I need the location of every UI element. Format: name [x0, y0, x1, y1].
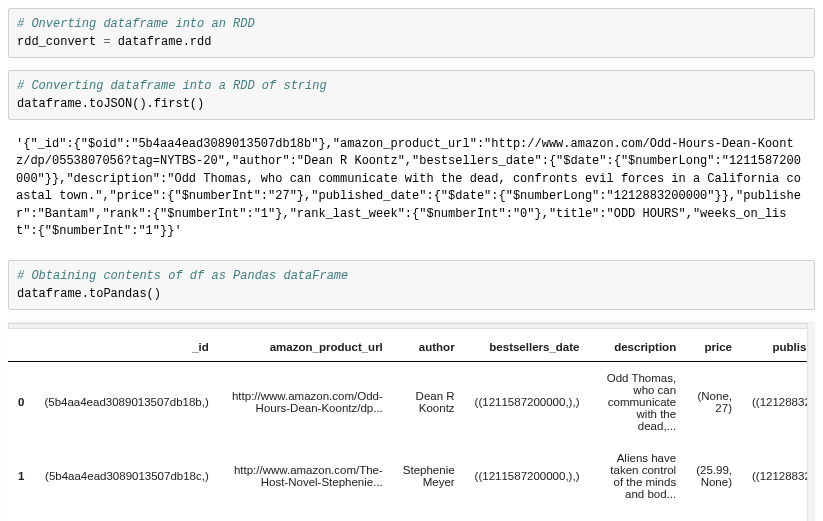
table-header-row: _id amazon_product_url author bestseller…: [8, 333, 815, 362]
table-row: 2 (5b4aa4ead3089013507db18d,) http://www…: [8, 510, 815, 521]
table-row: 0 (5b4aa4ead3089013507db18b,) http://www…: [8, 362, 815, 443]
cell-url: http://www.amazon.com/The-Host-Novel-Ste…: [219, 442, 393, 510]
col-id: _id: [34, 333, 218, 362]
cell-pd: ((1212883200000,),): [742, 442, 815, 510]
cell-price: (25.99, None): [686, 442, 742, 510]
code-eq: =: [96, 35, 118, 49]
cell-url: http://www.amazon.com/Love-Youre-With-Em…: [219, 510, 393, 521]
cell-pd: ((1212883200000,),): [742, 362, 815, 443]
scrollbar-horizontal-top[interactable]: [8, 323, 815, 329]
cell-author: Emily Giffin: [393, 510, 465, 521]
cell-pd: ((1212883200000,),): [742, 510, 815, 521]
cell-id: (5b4aa4ead3089013507db18c,): [34, 442, 218, 510]
row-index: 2: [8, 510, 34, 521]
col-description: description: [589, 333, 686, 362]
cell-desc: A woman's happy marriage is shaken when …: [589, 510, 686, 521]
cell-price: (None, 27): [686, 362, 742, 443]
code-cell-tojson: # Converting dataframe into a RDD of str…: [8, 70, 815, 120]
col-bestsellers-date: bestsellers_date: [465, 333, 590, 362]
code-lhs: rdd_convert: [17, 35, 96, 49]
col-author: author: [393, 333, 465, 362]
cell-id: (5b4aa4ead3089013507db18d,): [34, 510, 218, 521]
cell-author: Dean R Koontz: [393, 362, 465, 443]
code-comment: # Converting dataframe into a RDD of str…: [17, 79, 327, 93]
cell-author: Stephenie Meyer: [393, 442, 465, 510]
col-url: amazon_product_url: [219, 333, 393, 362]
cell-desc: Aliens have taken control of the minds a…: [589, 442, 686, 510]
code-comment: # Onverting dataframe into an RDD: [17, 17, 255, 31]
col-published-date: published_date: [742, 333, 815, 362]
col-price: price: [686, 333, 742, 362]
cell-id: (5b4aa4ead3089013507db18b,): [34, 362, 218, 443]
cell-bd: ((1211587200000,),): [465, 442, 590, 510]
code-comment: # Obtaining contents of df as Pandas dat…: [17, 269, 348, 283]
row-index: 0: [8, 362, 34, 443]
cell-bd: ((1211587200000,),): [465, 510, 590, 521]
scrollbar-vertical[interactable]: [807, 323, 815, 521]
code-cell-topandas: # Obtaining contents of df as Pandas dat…: [8, 260, 815, 310]
code-line: dataframe.toPandas(): [17, 287, 161, 301]
table-row: 1 (5b4aa4ead3089013507db18c,) http://www…: [8, 442, 815, 510]
cell-price: (24.95, None): [686, 510, 742, 521]
pandas-dataframe-table: _id amazon_product_url author bestseller…: [8, 333, 815, 521]
pandas-table-wrap: _id amazon_product_url author bestseller…: [8, 322, 815, 521]
code-line: dataframe.toJSON().first(): [17, 97, 204, 111]
cell-desc: Odd Thomas, who can communicate with the…: [589, 362, 686, 443]
cell-url: http://www.amazon.com/Odd-Hours-Dean-Koo…: [219, 362, 393, 443]
col-index: [8, 333, 34, 362]
cell-bd: ((1211587200000,),): [465, 362, 590, 443]
code-rhs: dataframe.rdd: [118, 35, 212, 49]
code-cell-rdd-convert: # Onverting dataframe into an RDD rdd_co…: [8, 8, 815, 58]
row-index: 1: [8, 442, 34, 510]
output-json-string: '{"_id":{"$oid":"5b4aa4ead3089013507db18…: [8, 132, 815, 244]
